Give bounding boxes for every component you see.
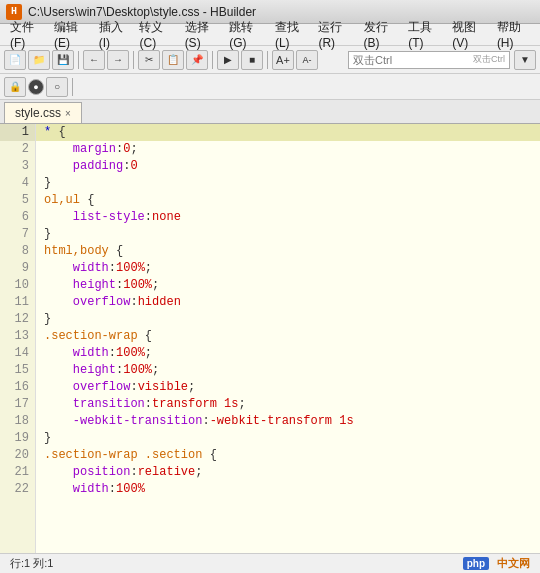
- save-btn[interactable]: 💾: [52, 50, 74, 70]
- sep3: [212, 51, 213, 69]
- menu-item[interactable]: 运行(R): [312, 17, 357, 52]
- code-line[interactable]: width:100%: [36, 481, 540, 498]
- status-bar: 行:1 列:1 php 中文网: [0, 553, 540, 573]
- code-line[interactable]: position:relative;: [36, 464, 540, 481]
- line-number: 19: [0, 430, 35, 447]
- toolbar-2: 🔒 ● ○: [0, 74, 540, 100]
- code-line[interactable]: }: [36, 226, 540, 243]
- menu-item[interactable]: 工具(T): [402, 17, 446, 52]
- code-line[interactable]: list-style:none: [36, 209, 540, 226]
- menu-item[interactable]: 视图(V): [446, 17, 491, 52]
- code-line[interactable]: .section-wrap {: [36, 328, 540, 345]
- code-line[interactable]: height:100%;: [36, 362, 540, 379]
- php-badge: php: [463, 557, 489, 570]
- code-line[interactable]: }: [36, 311, 540, 328]
- sep2: [133, 51, 134, 69]
- sep1: [78, 51, 79, 69]
- code-area[interactable]: * { margin:0; padding:0}ol,ul { list-sty…: [36, 124, 540, 553]
- code-line[interactable]: transition:transform 1s;: [36, 396, 540, 413]
- tab-label: style.css: [15, 106, 61, 120]
- php-site-text: 中文网: [497, 556, 530, 571]
- paste-btn[interactable]: 📌: [186, 50, 208, 70]
- run-btn[interactable]: ▶: [217, 50, 239, 70]
- tb2-btn1[interactable]: 🔒: [4, 77, 26, 97]
- code-line[interactable]: * {: [36, 124, 540, 141]
- code-line[interactable]: margin:0;: [36, 141, 540, 158]
- menu-item[interactable]: 选择(S): [179, 17, 224, 52]
- line-number: 13: [0, 328, 35, 345]
- menu-item[interactable]: 编辑(E): [48, 17, 93, 52]
- code-line[interactable]: overflow:hidden: [36, 294, 540, 311]
- line-number: 11: [0, 294, 35, 311]
- cut-btn[interactable]: ✂: [138, 50, 160, 70]
- line-number: 7: [0, 226, 35, 243]
- undo-btn[interactable]: ←: [83, 50, 105, 70]
- search-hint: 双击Ctrl: [473, 53, 505, 66]
- menu-item[interactable]: 跳转(G): [223, 17, 269, 52]
- line-number: 1: [0, 124, 35, 141]
- tb2-btn2[interactable]: ●: [28, 79, 44, 95]
- line-number: 17: [0, 396, 35, 413]
- code-line[interactable]: }: [36, 175, 540, 192]
- open-btn[interactable]: 📁: [28, 50, 50, 70]
- search-btn[interactable]: ▼: [514, 50, 536, 70]
- menu-item[interactable]: 文件(F): [4, 17, 48, 52]
- cursor-position: 行:1 列:1: [10, 556, 53, 571]
- stop-btn[interactable]: ■: [241, 50, 263, 70]
- code-line[interactable]: overflow:visible;: [36, 379, 540, 396]
- menu-item[interactable]: 发行(B): [358, 17, 403, 52]
- line-number: 12: [0, 311, 35, 328]
- copy-btn[interactable]: 📋: [162, 50, 184, 70]
- line-number: 14: [0, 345, 35, 362]
- menu-item[interactable]: 插入(I): [93, 17, 134, 52]
- menu-bar: 文件(F)编辑(E)插入(I)转义(C)选择(S)跳转(G)查找(L)运行(R)…: [0, 24, 540, 46]
- code-line[interactable]: ol,ul {: [36, 192, 540, 209]
- menu-item[interactable]: 查找(L): [269, 17, 313, 52]
- line-number: 21: [0, 464, 35, 481]
- sep5: [72, 78, 73, 96]
- tab-bar: style.css ×: [0, 100, 540, 124]
- search-box[interactable]: 双击Ctrl: [348, 51, 510, 69]
- code-line[interactable]: html,body {: [36, 243, 540, 260]
- line-number: 3: [0, 158, 35, 175]
- code-line[interactable]: height:100%;: [36, 277, 540, 294]
- line-number: 20: [0, 447, 35, 464]
- line-numbers: 12345678910111213141516171819202122: [0, 124, 36, 553]
- editor-area[interactable]: 12345678910111213141516171819202122 * { …: [0, 124, 540, 553]
- sep4: [267, 51, 268, 69]
- code-line[interactable]: -webkit-transition:-webkit-transform 1s: [36, 413, 540, 430]
- line-number: 10: [0, 277, 35, 294]
- line-number: 6: [0, 209, 35, 226]
- line-number: 9: [0, 260, 35, 277]
- new-btn[interactable]: 📄: [4, 50, 26, 70]
- menu-item[interactable]: 转义(C): [133, 17, 178, 52]
- code-line[interactable]: padding:0: [36, 158, 540, 175]
- fontsize-dec[interactable]: A-: [296, 50, 318, 70]
- code-line[interactable]: }: [36, 430, 540, 447]
- line-number: 8: [0, 243, 35, 260]
- code-line[interactable]: width:100%;: [36, 345, 540, 362]
- tb2-btn3[interactable]: ○: [46, 77, 68, 97]
- code-line[interactable]: width:100%;: [36, 260, 540, 277]
- line-number: 2: [0, 141, 35, 158]
- line-number: 5: [0, 192, 35, 209]
- redo-btn[interactable]: →: [107, 50, 129, 70]
- menu-item[interactable]: 帮助(H): [491, 17, 536, 52]
- line-number: 4: [0, 175, 35, 192]
- line-number: 18: [0, 413, 35, 430]
- fontsize-inc[interactable]: A+: [272, 50, 294, 70]
- tab-close-btn[interactable]: ×: [65, 108, 71, 119]
- status-right: php 中文网: [463, 556, 530, 571]
- line-number: 22: [0, 481, 35, 498]
- tab-style-css[interactable]: style.css ×: [4, 102, 82, 123]
- code-line[interactable]: .section-wrap .section {: [36, 447, 540, 464]
- search-input[interactable]: [353, 54, 473, 66]
- line-number: 15: [0, 362, 35, 379]
- editor-wrapper: 12345678910111213141516171819202122 * { …: [0, 124, 540, 553]
- line-number: 16: [0, 379, 35, 396]
